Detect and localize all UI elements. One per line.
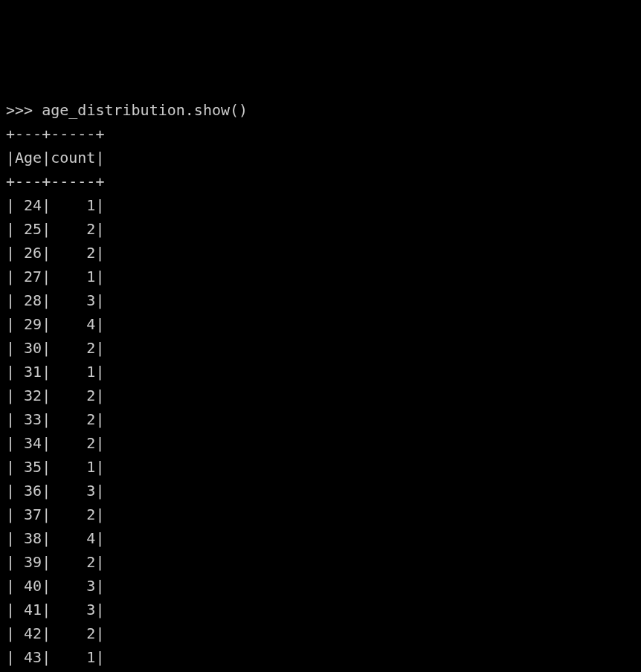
table-row: | 35| 1| <box>6 455 635 479</box>
table-row: | 33| 2| <box>6 407 635 431</box>
table-row: | 28| 3| <box>6 288 635 312</box>
table-row: | 34| 2| <box>6 431 635 455</box>
table-row: | 32| 2| <box>6 384 635 407</box>
repl-prompt: >>> <box>6 101 42 119</box>
table-row: | 39| 2| <box>6 550 635 574</box>
terminal-output[interactable]: >>> age_distribution.show()+---+-----+|A… <box>6 98 635 672</box>
repl-command: age_distribution.show() <box>42 101 248 119</box>
table-row: | 41| 3| <box>6 598 635 621</box>
table-row: | 38| 4| <box>6 526 635 550</box>
table-row: | 31| 1| <box>6 360 635 384</box>
repl-input-line[interactable]: >>> age_distribution.show() <box>6 98 635 122</box>
table-row: | 37| 2| <box>6 503 635 526</box>
table-separator: +---+-----+ <box>6 122 635 146</box>
table-row: | 30| 2| <box>6 336 635 360</box>
table-row: | 26| 2| <box>6 241 635 265</box>
table-row: | 27| 1| <box>6 265 635 288</box>
table-separator: +---+-----+ <box>6 669 635 672</box>
table-row: | 29| 4| <box>6 312 635 336</box>
table-row: | 40| 3| <box>6 574 635 598</box>
table-separator: +---+-----+ <box>6 169 635 193</box>
table-row: | 24| 1| <box>6 193 635 217</box>
table-row: | 43| 1| <box>6 645 635 669</box>
table-row: | 25| 2| <box>6 217 635 241</box>
table-row: | 42| 2| <box>6 621 635 645</box>
table-header-row: |Age|count| <box>6 146 635 169</box>
table-row: | 36| 3| <box>6 479 635 503</box>
